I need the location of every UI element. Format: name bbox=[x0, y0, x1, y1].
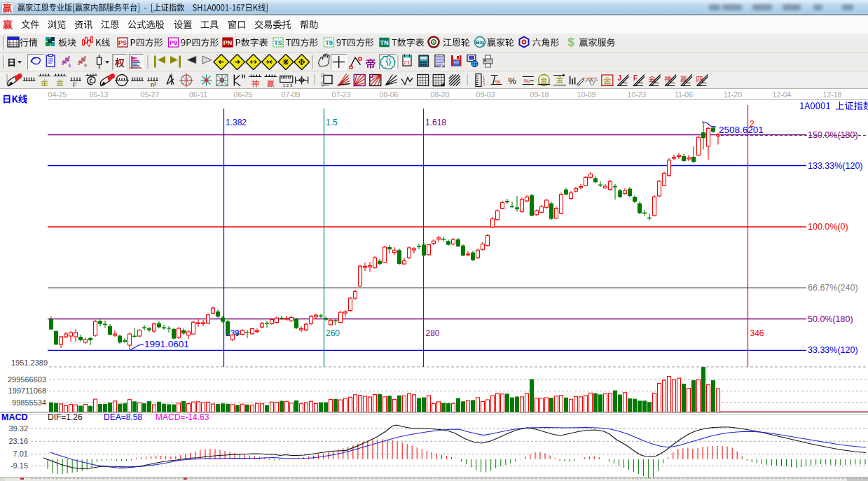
svg-text:66.67%(240): 66.67%(240) bbox=[808, 283, 858, 293]
svg-text:PN: PN bbox=[223, 39, 233, 46]
svg-text:TN: TN bbox=[380, 39, 389, 46]
svg-text:%: % bbox=[524, 78, 530, 85]
svg-text:%: % bbox=[495, 78, 501, 85]
svg-text:3: 3 bbox=[68, 63, 71, 68]
svg-text:280: 280 bbox=[426, 328, 440, 338]
svg-text:08-06: 08-06 bbox=[380, 90, 399, 99]
svg-text:23.16: 23.16 bbox=[8, 437, 28, 445]
svg-text:Big: Big bbox=[476, 39, 485, 46]
svg-text:MACD: MACD bbox=[1, 412, 28, 422]
svg-text:260: 260 bbox=[326, 328, 340, 338]
svg-text:21: 21 bbox=[404, 60, 411, 66]
svg-text:1.382: 1.382 bbox=[226, 118, 247, 127]
svg-text:PS: PS bbox=[118, 39, 127, 46]
svg-text:06-11: 06-11 bbox=[189, 90, 207, 99]
svg-text:F: F bbox=[73, 81, 77, 88]
svg-text:F: F bbox=[633, 74, 638, 82]
svg-text:08-20: 08-20 bbox=[431, 90, 450, 99]
svg-text:DEA=8.58: DEA=8.58 bbox=[104, 412, 142, 422]
svg-text:9: 9 bbox=[84, 63, 87, 68]
svg-text:n²: n² bbox=[151, 81, 156, 88]
svg-text:1951.2389: 1951.2389 bbox=[11, 358, 48, 367]
svg-text:12-04: 12-04 bbox=[773, 90, 792, 99]
svg-text:1991.0601: 1991.0601 bbox=[144, 339, 189, 349]
svg-text:39.32: 39.32 bbox=[8, 424, 28, 433]
svg-text:%: % bbox=[508, 76, 516, 86]
svg-text:1 2 3: 1 2 3 bbox=[283, 83, 293, 88]
svg-text:09-03: 09-03 bbox=[476, 90, 495, 99]
svg-text:A: A bbox=[589, 77, 593, 83]
svg-text:12-18: 12-18 bbox=[823, 90, 842, 99]
svg-text:04-25: 04-25 bbox=[48, 90, 67, 99]
svg-text:DIF=1.26: DIF=1.26 bbox=[48, 412, 83, 422]
svg-text:05-27: 05-27 bbox=[141, 90, 160, 99]
svg-text:150.0%(180): 150.0%(180) bbox=[808, 130, 858, 140]
svg-text:33.33%(120): 33.33%(120) bbox=[808, 345, 858, 355]
svg-text:07-09: 07-09 bbox=[282, 90, 301, 99]
svg-text:MACD=-14.63: MACD=-14.63 bbox=[156, 412, 209, 422]
svg-text:J: J bbox=[617, 74, 621, 82]
svg-text:11-20: 11-20 bbox=[724, 90, 742, 99]
svg-text:10-23: 10-23 bbox=[628, 90, 647, 99]
svg-text:09-18: 09-18 bbox=[530, 90, 549, 99]
svg-text:1.5: 1.5 bbox=[326, 118, 338, 127]
svg-text:P9: P9 bbox=[170, 39, 177, 46]
svg-text:2508.6201: 2508.6201 bbox=[719, 125, 764, 135]
svg-text:06-25: 06-25 bbox=[234, 90, 253, 99]
svg-text:-9.15: -9.15 bbox=[11, 461, 28, 470]
svg-text:1.618: 1.618 bbox=[425, 118, 446, 127]
svg-text:100.0%(0): 100.0%(0) bbox=[808, 222, 848, 232]
svg-text:$: $ bbox=[567, 36, 574, 49]
svg-text:199711068: 199711068 bbox=[8, 386, 46, 395]
svg-text:T9: T9 bbox=[325, 39, 333, 46]
svg-text:299566603: 299566603 bbox=[8, 375, 46, 384]
svg-text:10-09: 10-09 bbox=[577, 90, 596, 99]
svg-text:11-06: 11-06 bbox=[675, 90, 693, 99]
svg-text:TS: TS bbox=[274, 39, 282, 46]
svg-text:3: 3 bbox=[483, 82, 485, 86]
svg-text:99855534: 99855534 bbox=[12, 398, 46, 407]
svg-text:346: 346 bbox=[750, 328, 764, 338]
svg-text:7.01: 7.01 bbox=[13, 449, 28, 458]
svg-text:133.33%(120): 133.33%(120) bbox=[808, 161, 863, 171]
svg-text:50.0%(180): 50.0%(180) bbox=[808, 314, 853, 324]
svg-text:05-13: 05-13 bbox=[90, 90, 109, 99]
svg-text:07-23: 07-23 bbox=[332, 90, 351, 99]
